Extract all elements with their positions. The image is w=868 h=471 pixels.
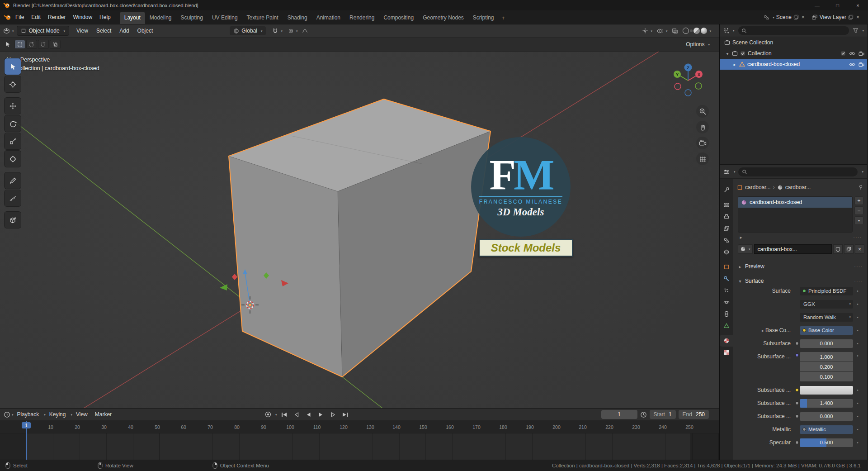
scene-selector[interactable]: ▾ Scene × bbox=[761, 13, 808, 21]
new-material-copy-button[interactable] bbox=[844, 244, 854, 254]
surface-shader-menu[interactable]: Principled BSDF bbox=[800, 287, 853, 295]
remove-material-slot-button[interactable]: − bbox=[854, 206, 863, 215]
workspace-tab-uv-editing[interactable]: UV Editing bbox=[208, 12, 242, 24]
timeline-menu-marker[interactable]: Marker bbox=[91, 409, 115, 419]
mode-dropdown[interactable]: Object Mode ▾ bbox=[17, 26, 70, 36]
collection-checkbox[interactable] bbox=[740, 51, 745, 56]
menu-help[interactable]: Help bbox=[96, 12, 114, 22]
jump-to-start-button[interactable] bbox=[279, 410, 289, 419]
overlays-chevron-icon[interactable]: ▾ bbox=[666, 29, 668, 33]
select-mode-intersect-button[interactable] bbox=[50, 40, 61, 49]
subsurface-anisotropy-slider[interactable]: 0.000 bbox=[800, 412, 853, 421]
base-color-linked-field[interactable]: Base Color bbox=[800, 326, 853, 335]
tab-constraints[interactable] bbox=[720, 308, 733, 320]
viewport-menu-view[interactable]: View bbox=[73, 26, 92, 36]
workspace-tab-rendering[interactable]: Rendering bbox=[345, 12, 379, 24]
shading-solid-active[interactable] bbox=[690, 29, 693, 32]
select-box-tool[interactable] bbox=[5, 58, 21, 75]
viewport-canvas[interactable]: User Perspective (1) Collection | cardbo… bbox=[0, 52, 719, 408]
tab-object[interactable] bbox=[720, 261, 733, 273]
decorator-dot[interactable]: • bbox=[853, 315, 862, 320]
filter-chevron-icon[interactable]: ▾ bbox=[862, 29, 864, 32]
subsurface-method-dropdown[interactable]: Random Walk▾ bbox=[800, 313, 853, 322]
rotate-tool[interactable] bbox=[5, 115, 21, 132]
snap-chevron-icon[interactable]: ▾ bbox=[281, 29, 283, 33]
workspace-tab-geometry-nodes[interactable]: Geometry Nodes bbox=[418, 12, 468, 24]
new-scene-icon[interactable] bbox=[793, 14, 799, 20]
decorator-dot[interactable]: • bbox=[853, 401, 862, 406]
outliner-row-scene-collection[interactable]: Scene Collection bbox=[720, 37, 867, 48]
workspace-tab-sculpting[interactable]: Sculpting bbox=[176, 12, 208, 24]
fake-user-button[interactable] bbox=[833, 244, 843, 254]
maximize-button[interactable]: □ bbox=[827, 0, 848, 10]
workspace-tab-layout[interactable]: Layout bbox=[120, 12, 145, 24]
subsurface-value-slider[interactable]: 0.000 bbox=[800, 339, 853, 348]
specular-slider[interactable]: 0.500 bbox=[800, 438, 853, 447]
tab-physics[interactable] bbox=[720, 296, 733, 308]
select-mode-subtract-button[interactable] bbox=[38, 40, 49, 49]
annotate-tool[interactable] bbox=[5, 172, 21, 189]
menu-file[interactable]: File bbox=[12, 12, 28, 22]
proportional-chevron-icon[interactable]: ▾ bbox=[296, 29, 298, 33]
material-slot-list[interactable]: cardboard-box-closed bbox=[738, 196, 853, 233]
zoom-button[interactable] bbox=[696, 105, 709, 118]
outliner-row-object-selected[interactable]: ▸ cardboard-box-closed bbox=[720, 59, 867, 70]
falloff-curve-icon[interactable] bbox=[302, 28, 308, 33]
toggle-ortho-button[interactable] bbox=[696, 152, 709, 165]
subsurface-ior-slider[interactable]: 1.400 bbox=[800, 399, 853, 408]
scale-tool[interactable] bbox=[5, 133, 21, 149]
shading-chevron-icon[interactable]: ▾ bbox=[709, 29, 711, 33]
preview-section-header[interactable]: ▸ Preview ···· bbox=[735, 261, 865, 272]
navigation-axis-gizmo[interactable]: Z X Y bbox=[670, 62, 706, 98]
transform-orientation-dropdown[interactable]: Global ▾ bbox=[230, 26, 266, 35]
properties-filter-chevron-icon[interactable]: ▾ bbox=[862, 170, 863, 173]
new-view-layer-icon[interactable] bbox=[848, 14, 854, 20]
next-keyframe-button[interactable] bbox=[328, 410, 338, 419]
menu-window[interactable]: Window bbox=[69, 12, 96, 22]
play-button[interactable] bbox=[316, 410, 326, 419]
outliner-row-collection[interactable]: ▾ Collection bbox=[720, 48, 867, 59]
viewport-menu-object[interactable]: Object bbox=[134, 26, 157, 36]
unlink-material-button[interactable]: × bbox=[855, 244, 864, 254]
move-tool[interactable] bbox=[5, 98, 21, 114]
editor-type-properties-icon[interactable] bbox=[723, 169, 730, 175]
snapping-controls[interactable]: ▾ bbox=[272, 28, 283, 34]
jump-to-end-button[interactable] bbox=[340, 410, 350, 419]
browse-material-button[interactable]: ▾ bbox=[738, 244, 753, 254]
unlink-scene-icon[interactable]: × bbox=[801, 14, 806, 20]
measure-tool[interactable] bbox=[5, 190, 21, 206]
radius-z-field[interactable]: 0.100 bbox=[800, 372, 853, 381]
tab-tool[interactable] bbox=[720, 184, 733, 196]
gizmo-neg-x-axis[interactable] bbox=[675, 83, 681, 90]
minimize-button[interactable]: — bbox=[807, 0, 827, 10]
timeline-track[interactable] bbox=[0, 433, 719, 460]
editor-type-outliner-icon[interactable] bbox=[723, 28, 729, 34]
shading-wireframe-icon[interactable] bbox=[683, 28, 689, 34]
tab-output[interactable] bbox=[720, 211, 733, 223]
properties-editor-chevron-icon[interactable]: ▾ bbox=[734, 170, 736, 173]
select-mode-extend-button[interactable] bbox=[26, 40, 37, 49]
blender-menu-icon[interactable] bbox=[4, 14, 12, 20]
menu-render[interactable]: Render bbox=[44, 12, 69, 22]
tab-particles[interactable] bbox=[720, 285, 733, 296]
outliner-editor-chevron-icon[interactable]: ▾ bbox=[733, 29, 735, 32]
tab-object-data[interactable] bbox=[720, 320, 733, 332]
add-cube-tool[interactable] bbox=[5, 212, 21, 228]
disable-render-camera-icon[interactable] bbox=[859, 51, 864, 56]
timeline-menu-keying[interactable]: Keying bbox=[46, 409, 70, 419]
workspace-tab-compositing[interactable]: Compositing bbox=[379, 12, 418, 24]
tab-world[interactable] bbox=[720, 246, 733, 258]
slot-resize-grip[interactable]: ···· bbox=[853, 234, 862, 240]
properties-search-input[interactable] bbox=[738, 167, 858, 176]
select-mode-set-button[interactable] bbox=[14, 40, 25, 49]
object-disable-render-icon[interactable] bbox=[859, 62, 864, 67]
decorator-dot[interactable]: • bbox=[853, 427, 862, 432]
timeline-menu-view[interactable]: View bbox=[72, 409, 91, 419]
cursor-tool[interactable] bbox=[5, 76, 21, 92]
workspace-tab-modeling[interactable]: Modeling bbox=[145, 12, 176, 24]
overlays-toggle[interactable]: ▾ bbox=[657, 28, 668, 34]
base-color-expander[interactable]: ▸ bbox=[762, 328, 764, 333]
tab-material-active[interactable] bbox=[720, 335, 733, 347]
decorator-dot[interactable]: • bbox=[853, 414, 862, 419]
camera-view-button[interactable] bbox=[696, 137, 709, 149]
